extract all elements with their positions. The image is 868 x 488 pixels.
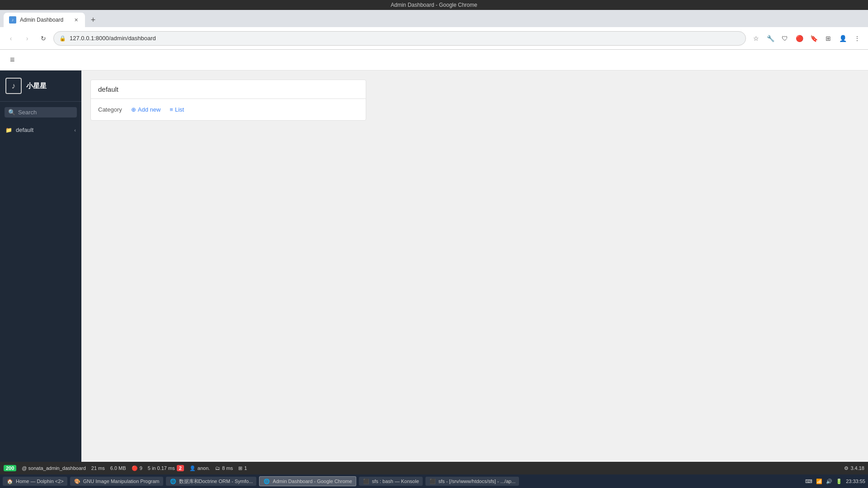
- chrome-frame: ♪ Admin Dashboard ✕ + ‹ › ↻ 🔒 127.0.0.1:…: [0, 10, 868, 50]
- grid-label: 1: [244, 465, 247, 471]
- os-titlebar: Admin Dashboard - Google Chrome: [0, 0, 868, 10]
- search-input[interactable]: [18, 109, 73, 116]
- main-content: default Category ⊕ Add new ≡ List: [81, 70, 868, 462]
- list-button[interactable]: ≡ List: [170, 106, 184, 113]
- time-text: 21 ms: [91, 465, 105, 471]
- dashboard-card-title: default: [98, 85, 118, 93]
- back-button[interactable]: ‹: [5, 32, 17, 45]
- bookmark-icon[interactable]: ☆: [750, 32, 762, 45]
- os-titlebar-text: Admin Dashboard - Google Chrome: [391, 2, 477, 8]
- cache-item: 🗂 8 ms: [215, 465, 233, 471]
- search-icon: 🔍: [8, 109, 15, 116]
- memory-text: 6.0 MB: [110, 465, 126, 471]
- taskbar-audio-icon: 🔊: [826, 479, 832, 484]
- taskbar-right: ⌨ 📶 🔊 🔋 23:33:55: [805, 479, 865, 484]
- cache-label: 8 ms: [222, 465, 233, 471]
- sidebar-title: 小星星: [26, 82, 47, 90]
- grid-icon: ⊞: [238, 465, 242, 471]
- db-icon: 🔴: [132, 465, 138, 471]
- tab-favicon: ♪: [9, 16, 16, 23]
- collapse-icon: ‹: [74, 127, 76, 133]
- gimp-label: GNU Image Manipulation Program: [83, 479, 160, 484]
- route-item: @ sonata_admin_dashboard: [22, 465, 85, 471]
- chrome-toolbar-right: ☆ 🔧 🛡 🔴 🔖 ⊞ 👤 ⋮: [750, 32, 863, 45]
- chrome2-label: Admin Dashboard - Google Chrome: [273, 479, 352, 484]
- konsole1-icon: ⬛: [363, 478, 370, 485]
- folder-icon: 📁: [5, 127, 12, 133]
- user-label: anon.: [198, 465, 210, 471]
- tab-close-button[interactable]: ✕: [72, 16, 80, 23]
- time-item: 21 ms: [91, 465, 105, 471]
- chrome1-label: 数据库和Doctrine ORM - Symfo...: [179, 478, 253, 485]
- add-new-button[interactable]: ⊕ Add new: [131, 106, 161, 113]
- add-new-label: Add new: [138, 106, 161, 113]
- chrome1-icon: 🌐: [170, 478, 177, 485]
- extension-icon-5[interactable]: ⊞: [822, 32, 835, 45]
- statusbar: 200 @ sonata_admin_dashboard 21 ms 6.0 M…: [0, 462, 868, 474]
- sidebar-header: ♪ 小星星: [0, 70, 81, 102]
- chrome-toolbar: ‹ › ↻ 🔒 127.0.0.1:8000/admin/dashboard ☆…: [0, 27, 868, 50]
- extension-icon-1[interactable]: 🔧: [764, 32, 777, 45]
- category-label: Category: [98, 106, 122, 113]
- memory-item: 6.0 MB: [110, 465, 126, 471]
- taskbar-keyboard-icon: ⌨: [805, 479, 812, 484]
- app-wrapper: ≡ ♪ 小星星 🔍 📁 default ‹: [0, 50, 868, 474]
- db-item: 🔴 9: [132, 465, 142, 471]
- taskbar-time: 23:33:55: [846, 479, 865, 484]
- taskbar-item-dolphin[interactable]: 🏠 Home — Dolphin <2>: [3, 477, 67, 486]
- grid-item: ⊞ 1: [238, 465, 247, 471]
- chrome-tab-active[interactable]: ♪ Admin Dashboard ✕: [4, 13, 85, 27]
- user-item: 👤 anon.: [189, 465, 210, 471]
- forward-button[interactable]: ›: [21, 32, 33, 45]
- sidebar-item-default[interactable]: 📁 default ‹: [0, 123, 81, 137]
- route-text: @ sonata_admin_dashboard: [22, 465, 85, 471]
- sidebar: ♪ 小星星 🔍 📁 default ‹: [0, 70, 81, 462]
- chrome2-icon: 🌐: [263, 478, 270, 485]
- main-topbar: ≡: [0, 50, 868, 70]
- status-code-item: 200: [4, 465, 16, 471]
- taskbar-item-konsole2[interactable]: ⬛ sfs - [/srv/www/htdocs/sfs] - .../ap..…: [425, 477, 519, 486]
- konsole1-label: sfs : bash — Konsole: [372, 479, 419, 484]
- extension-icon-2[interactable]: 🛡: [778, 32, 791, 45]
- hamburger-button[interactable]: ≡: [7, 53, 18, 66]
- reload-button[interactable]: ↻: [37, 32, 50, 45]
- taskbar-item-chrome1[interactable]: 🌐 数据库和Doctrine ORM - Symfo...: [166, 477, 257, 486]
- db-count: 9: [140, 465, 142, 471]
- address-text: 127.0.0.1:8000/admin/dashboard: [70, 35, 156, 42]
- address-lock-icon: 🔒: [59, 35, 66, 42]
- dolphin-icon: 🏠: [6, 478, 14, 485]
- menu-icon[interactable]: ⋮: [851, 32, 863, 45]
- extension-icon-4[interactable]: 🔖: [807, 32, 820, 45]
- dashboard-card-body: Category ⊕ Add new ≡ List: [91, 99, 366, 120]
- taskbar-wifi-icon: 📶: [816, 479, 822, 484]
- app-container: ♪ 小星星 🔍 📁 default ‹ default: [0, 70, 868, 462]
- framework-icon: ⚙: [844, 465, 849, 471]
- events-text: 5 in 0.17 ms: [148, 465, 175, 471]
- taskbar-item-konsole1[interactable]: ⬛ sfs : bash — Konsole: [359, 477, 423, 486]
- framework-version: 3.4.18: [850, 465, 864, 471]
- framework-item: ⚙ 3.4.18: [844, 465, 864, 471]
- list-label: List: [175, 106, 184, 113]
- dolphin-label: Home — Dolphin <2>: [16, 479, 64, 484]
- taskbar: 🏠 Home — Dolphin <2> 🎨 GNU Image Manipul…: [0, 474, 868, 488]
- profile-icon[interactable]: 👤: [836, 32, 849, 45]
- extension-icon-3[interactable]: 🔴: [793, 32, 806, 45]
- dashboard-card: default Category ⊕ Add new ≡ List: [90, 80, 366, 121]
- taskbar-item-gimp[interactable]: 🎨 GNU Image Manipulation Program: [70, 477, 163, 486]
- user-icon: 👤: [189, 465, 196, 471]
- chrome-tabs: ♪ Admin Dashboard ✕ +: [0, 10, 868, 27]
- address-bar[interactable]: 🔒 127.0.0.1:8000/admin/dashboard: [53, 31, 746, 46]
- cache-icon: 🗂: [215, 465, 220, 471]
- list-icon: ≡: [170, 106, 173, 113]
- taskbar-battery-icon: 🔋: [836, 479, 842, 484]
- tab-label: Admin Dashboard: [20, 17, 69, 23]
- status-code-badge: 200: [4, 465, 16, 471]
- sidebar-nav: 📁 default ‹: [0, 123, 81, 462]
- konsole2-label: sfs - [/srv/www/htdocs/sfs] - .../ap...: [439, 479, 516, 484]
- taskbar-item-chrome2[interactable]: 🌐 Admin Dashboard - Google Chrome: [259, 476, 356, 486]
- events-item: 5 in 0.17 ms 2: [148, 465, 184, 471]
- add-new-icon: ⊕: [131, 106, 136, 113]
- sidebar-search[interactable]: 🔍: [5, 107, 77, 117]
- new-tab-button[interactable]: +: [87, 14, 99, 26]
- konsole2-icon: ⬛: [429, 478, 436, 485]
